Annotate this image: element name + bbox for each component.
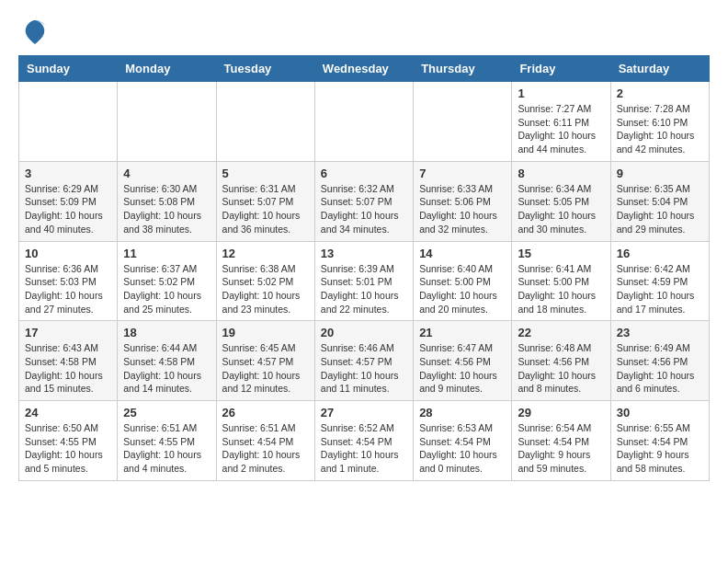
- calendar-day-cell: 28Sunrise: 6:53 AM Sunset: 4:54 PM Dayli…: [414, 401, 512, 481]
- calendar-day-cell: 24Sunrise: 6:50 AM Sunset: 4:55 PM Dayli…: [19, 401, 118, 481]
- calendar-day-cell: 13Sunrise: 6:39 AM Sunset: 5:01 PM Dayli…: [314, 241, 413, 321]
- calendar-week-row: 10Sunrise: 6:36 AM Sunset: 5:03 PM Dayli…: [19, 241, 710, 321]
- day-info: Sunrise: 6:43 AM Sunset: 4:58 PM Dayligh…: [25, 341, 111, 396]
- day-info: Sunrise: 6:51 AM Sunset: 4:55 PM Dayligh…: [123, 421, 210, 476]
- day-info: Sunrise: 6:45 AM Sunset: 4:57 PM Dayligh…: [222, 341, 309, 396]
- day-info: Sunrise: 6:48 AM Sunset: 4:56 PM Dayligh…: [518, 341, 604, 396]
- day-number: 12: [222, 247, 309, 260]
- day-info: Sunrise: 6:36 AM Sunset: 5:03 PM Dayligh…: [25, 262, 111, 316]
- calendar-day-cell: 26Sunrise: 6:51 AM Sunset: 4:54 PM Dayli…: [216, 401, 314, 481]
- day-number: 6: [321, 167, 407, 180]
- day-number: 25: [123, 406, 210, 419]
- day-info: Sunrise: 6:33 AM Sunset: 5:06 PM Dayligh…: [419, 182, 506, 236]
- day-number: 24: [25, 406, 111, 419]
- day-info: Sunrise: 6:49 AM Sunset: 4:56 PM Dayligh…: [617, 341, 703, 396]
- day-info: Sunrise: 7:27 AM Sunset: 6:11 PM Dayligh…: [518, 102, 604, 156]
- day-number: 5: [222, 167, 309, 180]
- day-info: Sunrise: 6:32 AM Sunset: 5:07 PM Dayligh…: [321, 182, 407, 236]
- weekday-header: Friday: [512, 56, 610, 82]
- day-info: Sunrise: 7:28 AM Sunset: 6:10 PM Dayligh…: [617, 102, 703, 156]
- day-number: 8: [518, 167, 604, 180]
- calendar-day-cell: 8Sunrise: 6:34 AM Sunset: 5:05 PM Daylig…: [512, 161, 610, 241]
- day-info: Sunrise: 6:53 AM Sunset: 4:54 PM Dayligh…: [419, 421, 506, 476]
- day-info: Sunrise: 6:54 AM Sunset: 4:54 PM Dayligh…: [518, 421, 604, 476]
- calendar-day-cell: 14Sunrise: 6:40 AM Sunset: 5:00 PM Dayli…: [414, 241, 512, 321]
- day-number: 9: [617, 167, 703, 180]
- day-info: Sunrise: 6:51 AM Sunset: 4:54 PM Dayligh…: [222, 421, 309, 476]
- weekday-header: Monday: [118, 56, 216, 82]
- calendar-day-cell: 21Sunrise: 6:47 AM Sunset: 4:56 PM Dayli…: [414, 321, 512, 401]
- day-info: Sunrise: 6:44 AM Sunset: 4:58 PM Dayligh…: [123, 341, 210, 396]
- day-info: Sunrise: 6:31 AM Sunset: 5:07 PM Dayligh…: [222, 182, 309, 236]
- day-info: Sunrise: 6:30 AM Sunset: 5:08 PM Dayligh…: [123, 182, 210, 236]
- calendar-day-cell: 1Sunrise: 7:27 AM Sunset: 6:11 PM Daylig…: [512, 82, 610, 162]
- calendar-day-cell: 27Sunrise: 6:52 AM Sunset: 4:54 PM Dayli…: [314, 401, 413, 481]
- day-number: 23: [617, 326, 703, 339]
- day-number: 16: [617, 247, 703, 260]
- weekday-header: Sunday: [19, 56, 118, 82]
- day-number: 17: [25, 326, 111, 339]
- calendar-day-cell: 29Sunrise: 6:54 AM Sunset: 4:54 PM Dayli…: [512, 401, 610, 481]
- calendar-day-cell: [314, 82, 413, 162]
- day-info: Sunrise: 6:50 AM Sunset: 4:55 PM Dayligh…: [25, 421, 111, 476]
- day-number: 14: [419, 247, 506, 260]
- day-number: 30: [617, 406, 703, 419]
- calendar-day-cell: 7Sunrise: 6:33 AM Sunset: 5:06 PM Daylig…: [414, 161, 512, 241]
- day-number: 4: [123, 167, 210, 180]
- calendar-day-cell: 18Sunrise: 6:44 AM Sunset: 4:58 PM Dayli…: [118, 321, 216, 401]
- day-info: Sunrise: 6:46 AM Sunset: 4:57 PM Dayligh…: [321, 341, 407, 396]
- calendar-day-cell: 22Sunrise: 6:48 AM Sunset: 4:56 PM Dayli…: [512, 321, 610, 401]
- calendar-day-cell: 23Sunrise: 6:49 AM Sunset: 4:56 PM Dayli…: [610, 321, 709, 401]
- weekday-header: Saturday: [610, 56, 709, 82]
- weekday-header: Wednesday: [314, 56, 413, 82]
- calendar-day-cell: 5Sunrise: 6:31 AM Sunset: 5:07 PM Daylig…: [216, 161, 314, 241]
- day-number: 15: [518, 247, 604, 260]
- calendar-day-cell: 20Sunrise: 6:46 AM Sunset: 4:57 PM Dayli…: [314, 321, 413, 401]
- calendar-day-cell: [118, 82, 216, 162]
- weekday-header: Thursday: [414, 56, 512, 82]
- day-number: 28: [419, 406, 506, 419]
- day-info: Sunrise: 6:35 AM Sunset: 5:04 PM Dayligh…: [617, 182, 703, 236]
- calendar-day-cell: [414, 82, 512, 162]
- day-info: Sunrise: 6:34 AM Sunset: 5:05 PM Dayligh…: [518, 182, 604, 236]
- header-row: SundayMondayTuesdayWednesdayThursdayFrid…: [19, 56, 710, 82]
- day-number: 18: [123, 326, 210, 339]
- calendar-day-cell: 4Sunrise: 6:30 AM Sunset: 5:08 PM Daylig…: [118, 161, 216, 241]
- day-number: 27: [321, 406, 407, 419]
- day-info: Sunrise: 6:41 AM Sunset: 5:00 PM Dayligh…: [518, 262, 604, 316]
- calendar-week-row: 17Sunrise: 6:43 AM Sunset: 4:58 PM Dayli…: [19, 321, 710, 401]
- calendar-day-cell: 2Sunrise: 7:28 AM Sunset: 6:10 PM Daylig…: [610, 82, 709, 162]
- calendar-day-cell: 3Sunrise: 6:29 AM Sunset: 5:09 PM Daylig…: [19, 161, 118, 241]
- day-number: 13: [321, 247, 407, 260]
- calendar-day-cell: 6Sunrise: 6:32 AM Sunset: 5:07 PM Daylig…: [314, 161, 413, 241]
- calendar-table: SundayMondayTuesdayWednesdayThursdayFrid…: [18, 55, 710, 481]
- calendar-day-cell: 11Sunrise: 6:37 AM Sunset: 5:02 PM Dayli…: [118, 241, 216, 321]
- calendar-day-cell: 17Sunrise: 6:43 AM Sunset: 4:58 PM Dayli…: [19, 321, 118, 401]
- day-info: Sunrise: 6:40 AM Sunset: 5:00 PM Dayligh…: [419, 262, 506, 316]
- weekday-header: Tuesday: [216, 56, 314, 82]
- calendar-day-cell: 16Sunrise: 6:42 AM Sunset: 4:59 PM Dayli…: [610, 241, 709, 321]
- calendar-week-row: 3Sunrise: 6:29 AM Sunset: 5:09 PM Daylig…: [19, 161, 710, 241]
- day-number: 22: [518, 326, 604, 339]
- day-number: 1: [518, 86, 604, 100]
- calendar-day-cell: 12Sunrise: 6:38 AM Sunset: 5:02 PM Dayli…: [216, 241, 314, 321]
- day-info: Sunrise: 6:47 AM Sunset: 4:56 PM Dayligh…: [419, 341, 506, 396]
- day-number: 20: [321, 326, 407, 339]
- day-number: 19: [222, 326, 309, 339]
- day-number: 10: [25, 247, 111, 260]
- page-header: [18, 18, 710, 46]
- logo-bird-icon: [22, 18, 48, 46]
- day-info: Sunrise: 6:39 AM Sunset: 5:01 PM Dayligh…: [321, 262, 407, 316]
- day-number: 11: [123, 247, 210, 260]
- day-number: 3: [25, 167, 111, 180]
- day-number: 26: [222, 406, 309, 419]
- calendar-day-cell: [19, 82, 118, 162]
- calendar-day-cell: 25Sunrise: 6:51 AM Sunset: 4:55 PM Dayli…: [118, 401, 216, 481]
- day-info: Sunrise: 6:29 AM Sunset: 5:09 PM Dayligh…: [25, 182, 111, 236]
- day-number: 29: [518, 406, 604, 419]
- day-info: Sunrise: 6:37 AM Sunset: 5:02 PM Dayligh…: [123, 262, 210, 316]
- logo: [18, 18, 48, 46]
- day-number: 7: [419, 167, 506, 180]
- day-info: Sunrise: 6:42 AM Sunset: 4:59 PM Dayligh…: [617, 262, 703, 316]
- calendar-day-cell: 10Sunrise: 6:36 AM Sunset: 5:03 PM Dayli…: [19, 241, 118, 321]
